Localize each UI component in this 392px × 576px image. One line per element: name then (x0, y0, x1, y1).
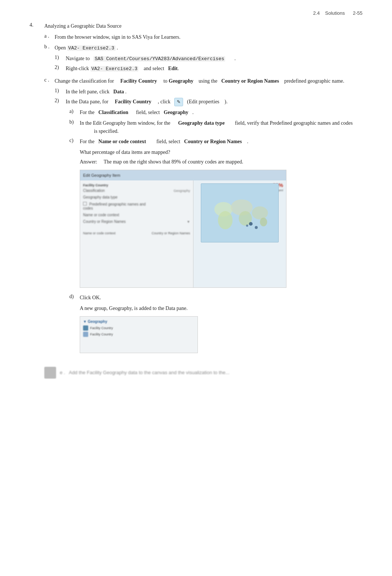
va2-file: VA2- Exercise2.3 (67, 45, 116, 51)
ss-row-1-label: Classification (83, 189, 105, 193)
c-num-1-label: 1) (55, 88, 66, 94)
data-label: Data (113, 89, 124, 94)
page-header: 2.4 Solutions 2-55 (313, 10, 362, 16)
alpha-a: a) For the Classification field, select … (69, 108, 362, 117)
ss-row-3: Predefined geographic names and codes (83, 202, 190, 210)
alpha-list: a) For the Classification field, select … (69, 108, 362, 357)
sub-a-text: From the browser window, sign in to SAS … (55, 34, 180, 40)
alpha-b: b) In the Edit Geography Item window, fo… (69, 119, 362, 136)
screenshot-inner: Edit Geography Item Facility Country (80, 170, 286, 287)
ss-row-3-label: Predefined geographic names and codes (83, 202, 147, 210)
c-num-2-content: In the Data pane, for Facility Country ,… (66, 98, 362, 359)
num-1-text: Navigate to SAS Content/Courses/YVA283/A… (66, 55, 235, 63)
va2-file2: VA2- Exercise2.3 (90, 66, 139, 72)
sub-c-text: Change the classification for Facility C… (55, 77, 362, 85)
ss2-item-1-label: Facility Country (90, 326, 113, 330)
bottom-icon (44, 367, 56, 379)
page: 2.4 Solutions 2-55 4. Analyzing a Geogra… (0, 0, 392, 576)
screenshot-1: Edit Geography Item Facility Country (80, 170, 286, 288)
ss-row-2: Geography data type (83, 195, 190, 199)
ss-bottom-right: Country or Region Names (152, 231, 190, 235)
ss-left-panel: Facility Country Classification Geograph… (80, 180, 193, 287)
ss2-inner: ▼ Geography Facility Country (80, 317, 197, 353)
alpha-a-label: a) (69, 108, 80, 114)
geo-data-type-label: Geography data type (178, 120, 225, 126)
sub-c-label: c . (44, 77, 55, 83)
svg-point-7 (249, 222, 252, 226)
ss-bottom-row: Name or code context Country or Region N… (83, 231, 190, 235)
section-label: 2.4 (313, 10, 320, 16)
ss-row-2-label: Geography data type (83, 195, 117, 199)
svg-point-2 (218, 211, 233, 230)
svg-point-9 (246, 225, 248, 227)
sub-b-text: Open VA2- Exercise2.3 . (55, 45, 118, 51)
ss-row-5-value: ▼ (187, 220, 190, 224)
answer-text: Answer: The map on the right shows that … (80, 158, 286, 166)
sub-item-c: c . Change the classification for Facili… (44, 77, 362, 361)
geography-select: Geography (164, 110, 188, 115)
svg-point-5 (252, 207, 268, 220)
alpha-c-label: c) (69, 138, 80, 144)
main-item-4: 4. Analyzing a Geographic Data Source a … (30, 22, 362, 379)
c-num-2-label: 2) (55, 98, 66, 104)
ss2-item-2-label: Facility Country (90, 332, 113, 336)
alpha-b-content: In the Edit Geography Item window, for t… (80, 119, 362, 136)
ss2-item-2: Facility Country (83, 332, 195, 337)
edit-properties-btn[interactable]: ✎ (174, 98, 183, 106)
path-text: SAS Content/Courses/YVA283/Advanced/Exer… (93, 56, 225, 62)
ss2-icon-1 (83, 325, 88, 331)
c-num-2: 2) In the Data pane, for Facility Countr… (55, 98, 362, 359)
name-code-label: Name or code context (99, 139, 146, 144)
item4-content: Analyzing a Geographic Data Source a . F… (44, 22, 362, 379)
alpha-c-text: For the Name or code context field, sele… (80, 138, 286, 146)
ss-row-1: Classification Geography (83, 189, 190, 193)
b-num-2: 2) Right-click VA2- Exercise2.3 and sele… (55, 65, 362, 73)
bottom-text: e . Add the Facility Geography data to t… (60, 369, 230, 376)
alpha-d-info: A new group, Geography, is added to the … (80, 304, 198, 313)
sub-item-a: a . From the browser window, sign in to … (44, 33, 362, 41)
alpha-c: c) For the Name or code context field, s… (69, 138, 362, 292)
sub-b-label: b . (44, 44, 55, 50)
ss-body: Facility Country Classification Geograph… (80, 180, 286, 287)
facility-country-ref: Facility Country (120, 78, 157, 84)
sub-item-b: b . Open VA2- Exercise2.3 . 1) Navigate … (44, 44, 362, 75)
svg-point-8 (255, 226, 258, 229)
sub-a-content: From the browser window, sign in to SAS … (55, 33, 362, 41)
screenshot-2: ▼ Geography Facility Country (80, 316, 198, 353)
classification-label: Classification (99, 110, 128, 115)
country-region-ref: Country or Region Names (221, 78, 279, 84)
sub-c-content: Change the classification for Facility C… (55, 77, 362, 361)
ss-map (201, 183, 279, 242)
question-text: What percentage of data items are mapped… (80, 148, 286, 156)
ss-title-text: Edit Geography Item (83, 173, 120, 177)
edit-label: Edit (168, 66, 178, 71)
c-num-1-text: In the left pane, click Data . (66, 88, 127, 96)
sub-b-content: Open VA2- Exercise2.3 . 1) Navigate to S… (55, 44, 362, 75)
ss-row-4-label: Name or code context (83, 213, 119, 217)
page-number: 2-55 (353, 10, 362, 16)
alpha-a-content: For the Classification field, select Geo… (80, 108, 193, 117)
alpha-b-label: b) (69, 119, 80, 125)
alpha-a-text: For the Classification field, select Geo… (80, 108, 193, 117)
ss-row-5-label: Country or Region Names (83, 220, 126, 224)
country-region-names: Country or Region Names (184, 139, 242, 144)
ss-row-4: Name or code context (83, 213, 190, 217)
ss-right-panel: 89% mapped (193, 180, 286, 287)
geography-ref: Geography (169, 78, 193, 84)
alpha-c-content: For the Name or code context field, sele… (80, 138, 286, 292)
main-list: 4. Analyzing a Geographic Data Source a … (30, 22, 362, 379)
svg-point-6 (260, 218, 267, 227)
ss2-icon-2 (83, 332, 88, 337)
bottom-section: e . Add the Facility Geography data to t… (44, 367, 362, 379)
c-numbered: 1) In the left pane, click Data . 2) In … (55, 88, 362, 359)
ss2-item-1: Facility Country (83, 325, 195, 331)
ss-row-5: Country or Region Names ▼ (83, 220, 190, 224)
ss-bottom-left: Name or code context (83, 231, 116, 235)
item4-title: Analyzing a Geographic Data Source (44, 22, 362, 30)
ss2-group-header: ▼ Geography (83, 320, 195, 324)
alpha-d-content: Click OK. A new group, Geography, is add… (80, 294, 198, 357)
alpha-d-label: d) (69, 294, 80, 300)
alpha-b-text: In the Edit Geography Item window, for t… (80, 119, 362, 136)
item-number: 4. (30, 22, 44, 28)
alpha-d: d) Click OK. A new group, Geography, is … (69, 294, 362, 357)
